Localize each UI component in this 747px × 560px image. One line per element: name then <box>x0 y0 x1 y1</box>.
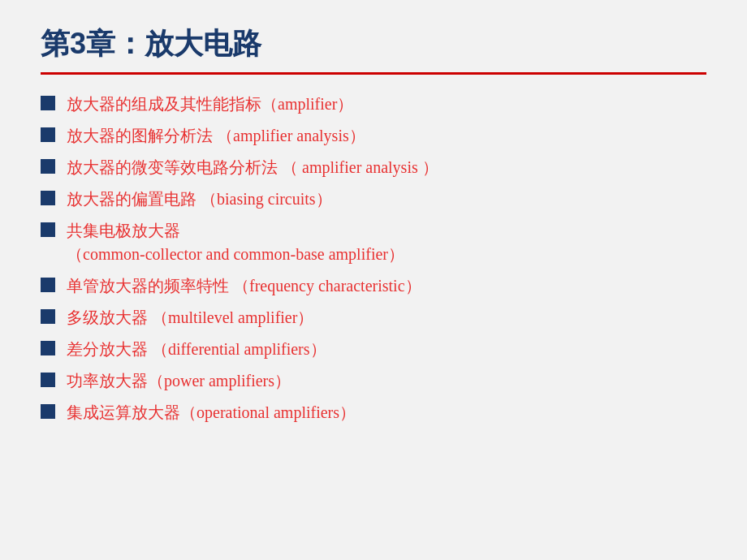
item-text-2: 放大器的图解分析法 （amplifier analysis） <box>67 124 365 148</box>
item-text-1: 放大器的组成及其性能指标（amplifier） <box>67 93 353 116</box>
title-divider <box>41 72 706 75</box>
slide-title: 第3章：放大电路 <box>41 24 706 64</box>
item-text-7: 多级放大器 （multilevel amplifier） <box>67 306 313 330</box>
checkbox-icon-7 <box>41 309 55 324</box>
checkbox-icon-5 <box>41 222 55 237</box>
item-text-8: 差分放大器 （differential amplifiers） <box>67 338 326 361</box>
checkbox-icon-9 <box>41 373 55 387</box>
list-item-8: 差分放大器 （differential amplifiers） <box>41 338 706 361</box>
list-item-9: 功率放大器（power amplifiers） <box>41 369 706 393</box>
list-item-2: 放大器的图解分析法 （amplifier analysis） <box>41 124 706 148</box>
item-text-10: 集成运算放大器（operational amplifiers） <box>67 401 356 424</box>
list-item-6: 单管放大器的频率特性 （frequency characteristic） <box>41 274 706 298</box>
checkbox-icon-8 <box>41 341 55 355</box>
topic-list: 放大器的组成及其性能指标（amplifier）放大器的图解分析法 （amplif… <box>41 93 706 424</box>
item-text-5: 共集电极放大器（common-collector and common-base… <box>67 219 404 266</box>
checkbox-icon-6 <box>41 278 55 292</box>
checkbox-icon-2 <box>41 127 55 142</box>
checkbox-icon-4 <box>41 191 55 205</box>
list-item-3: 放大器的微变等效电路分析法 （ amplifier analysis ） <box>41 156 706 179</box>
item-text-4: 放大器的偏置电路 （biasing circuits） <box>67 187 332 211</box>
checkbox-icon-3 <box>41 159 55 174</box>
slide: 第3章：放大电路 放大器的组成及其性能指标（amplifier）放大器的图解分析… <box>0 0 747 560</box>
list-item-1: 放大器的组成及其性能指标（amplifier） <box>41 93 706 116</box>
list-item-4: 放大器的偏置电路 （biasing circuits） <box>41 187 706 211</box>
checkbox-icon-10 <box>41 404 55 419</box>
list-item-5: 共集电极放大器（common-collector and common-base… <box>41 219 706 266</box>
list-item-10: 集成运算放大器（operational amplifiers） <box>41 401 706 424</box>
item-text-9: 功率放大器（power amplifiers） <box>67 369 291 393</box>
item-text-3: 放大器的微变等效电路分析法 （ amplifier analysis ） <box>67 156 438 179</box>
checkbox-icon-1 <box>41 96 55 110</box>
item-text-6: 单管放大器的频率特性 （frequency characteristic） <box>67 274 421 298</box>
list-item-7: 多级放大器 （multilevel amplifier） <box>41 306 706 330</box>
